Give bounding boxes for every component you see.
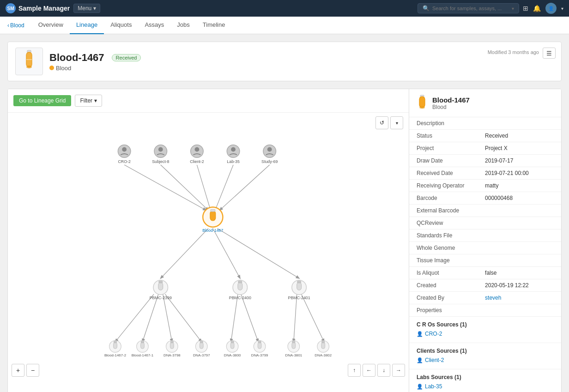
detail-field-row: Whole Genome <box>409 242 561 254</box>
tab-overview[interactable]: Overview <box>32 17 70 34</box>
sample-type: Blood <box>49 65 141 72</box>
source-label: Lab-35 <box>425 383 442 390</box>
lineage-toolbar: Go to Lineage Grid Filter ▾ <box>8 89 409 113</box>
tab-aliquots[interactable]: Aliquots <box>104 17 138 34</box>
field-link[interactable]: steveh <box>485 295 501 301</box>
field-value[interactable]: steveh <box>478 292 561 304</box>
hamburger-icon: ☰ <box>546 50 552 57</box>
grid-icon[interactable]: ⊞ <box>523 5 528 12</box>
user-avatar[interactable]: 👤 <box>545 3 557 14</box>
lineage-controls-tr: ↺ ▾ <box>375 116 403 129</box>
sources-section: Labs Sources (1)👤Lab-35 <box>409 369 561 392</box>
lineage-controls-br: ↑ ← ↓ → <box>348 364 405 377</box>
blood-tube-icon <box>21 49 37 73</box>
source-label: CRO-2 <box>425 331 442 337</box>
field-value <box>478 254 561 267</box>
detail-header: Blood-1467 Blood <box>409 89 561 117</box>
svg-text:PBMC-2399: PBMC-2399 <box>150 296 172 300</box>
field-value: 2019-07-21 00:00 <box>478 167 561 180</box>
svg-text:PBMC-2401: PBMC-2401 <box>288 296 310 300</box>
detail-field-row: Barcode000000468 <box>409 192 561 205</box>
detail-field-row: Standards File <box>409 229 561 242</box>
person-source-icon: 👤 <box>417 331 423 337</box>
svg-line-20 <box>302 294 324 342</box>
zoom-out-button[interactable]: − <box>26 364 39 377</box>
breadcrumb-back[interactable]: ‹ Blood <box>7 22 24 29</box>
sample-header: Blood-1467 Received Blood Modified 3 mon… <box>7 42 562 81</box>
app-title: Sample Manager <box>18 5 70 12</box>
detail-subtitle: Blood <box>432 104 470 110</box>
detail-tube-icon <box>417 95 428 111</box>
node-pbmc2399: PBMC-2399 <box>150 280 172 300</box>
lineage-canvas[interactable]: ↺ ▾ <box>8 113 409 380</box>
detail-field-row: ProjectProject X <box>409 142 561 155</box>
layout-dropdown-button[interactable]: ▾ <box>390 116 403 129</box>
node-dna3802: DNA-3802 <box>315 340 332 357</box>
node-dna3797: DNA-3797 <box>193 340 210 357</box>
svg-text:DNA-3802: DNA-3802 <box>315 353 332 357</box>
sources-item[interactable]: 👤CRO-2 <box>417 330 554 338</box>
svg-line-14 <box>142 294 158 342</box>
node-client2: Client-2 <box>190 145 204 164</box>
field-value <box>478 304 561 317</box>
filter-button[interactable]: Filter ▾ <box>75 95 102 107</box>
modified-text: Modified 3 months ago <box>488 49 539 55</box>
field-label: Properties <box>409 304 478 317</box>
user-chevron-icon[interactable]: ▾ <box>561 6 563 11</box>
svg-rect-54 <box>114 341 117 343</box>
pan-up-button[interactable]: ↑ <box>348 364 361 377</box>
status-badge: Received <box>112 54 141 61</box>
zoom-in-button[interactable]: + <box>12 364 24 377</box>
search-icon: 🔍 <box>423 5 430 12</box>
sources-section-title: C R Os Sources (1) <box>417 321 554 328</box>
tab-lineage[interactable]: Lineage <box>70 17 104 34</box>
field-value <box>478 229 561 242</box>
svg-point-34 <box>267 147 272 152</box>
svg-rect-73 <box>258 342 261 349</box>
reset-layout-button[interactable]: ↺ <box>375 116 388 129</box>
node-cro2: CRO-2 <box>118 145 131 164</box>
node-study69: Study-69 <box>261 145 278 164</box>
field-label: Receiving Operator <box>409 180 478 192</box>
svg-rect-38 <box>211 209 215 211</box>
detail-field-row: Created Bysteveh <box>409 292 561 304</box>
field-label: Tissue Image <box>409 254 478 267</box>
tab-assays[interactable]: Assays <box>138 17 170 34</box>
menu-button[interactable]: Menu ▾ <box>73 4 100 13</box>
filter-label: Filter <box>80 97 92 104</box>
search-dropdown-icon: ▾ <box>512 6 514 11</box>
detail-field-row: Tissue Image <box>409 254 561 267</box>
svg-line-18 <box>241 294 258 342</box>
tab-jobs[interactable]: Jobs <box>170 17 196 34</box>
node-lab35: Lab-35 <box>227 145 240 164</box>
orange-dot-icon <box>49 66 54 70</box>
svg-line-7 <box>197 165 210 210</box>
field-label: Received Date <box>409 167 478 180</box>
app-logo: SM Sample Manager <box>6 3 70 13</box>
sources-item[interactable]: 👤Lab-35 <box>417 382 554 391</box>
go-to-lineage-grid-button[interactable]: Go to Lineage Grid <box>13 95 71 106</box>
sources-section-title: Labs Sources (1) <box>417 374 554 380</box>
detail-panel: Blood-1467 Blood DescriptionStatusReceiv… <box>409 89 561 392</box>
pan-right-button[interactable]: → <box>392 364 405 377</box>
field-label: Project <box>409 142 478 155</box>
field-value <box>478 117 561 130</box>
svg-rect-81 <box>321 342 325 349</box>
sample-menu-button[interactable]: ☰ <box>543 48 556 59</box>
node-subject8: Subject-8 <box>152 145 169 164</box>
svg-text:Blood-1467-2: Blood-1467-2 <box>104 353 126 357</box>
sub-navigation: ‹ Blood Overview Lineage Aliquots Assays… <box>0 17 569 34</box>
sources-item[interactable]: 👤Client-2 <box>417 356 554 364</box>
pan-down-button[interactable]: ↓ <box>377 364 390 377</box>
sources-container: C R Os Sources (1)👤CRO-2Clients Sources … <box>409 317 561 392</box>
pan-left-button[interactable]: ← <box>363 364 375 377</box>
svg-line-10 <box>161 229 208 278</box>
svg-text:DNA-3800: DNA-3800 <box>224 353 241 357</box>
search-bar[interactable]: 🔍 Search for samples, assays, ... ▾ <box>418 3 519 13</box>
field-value: 2019-07-17 <box>478 155 561 167</box>
detail-field-row: Receiving Operatormatty <box>409 180 561 192</box>
notification-icon[interactable]: 🔔 <box>533 5 541 12</box>
node-dna3801: DNA-3801 <box>285 340 302 357</box>
tab-timeline[interactable]: Timeline <box>196 17 232 34</box>
svg-rect-53 <box>114 342 117 349</box>
